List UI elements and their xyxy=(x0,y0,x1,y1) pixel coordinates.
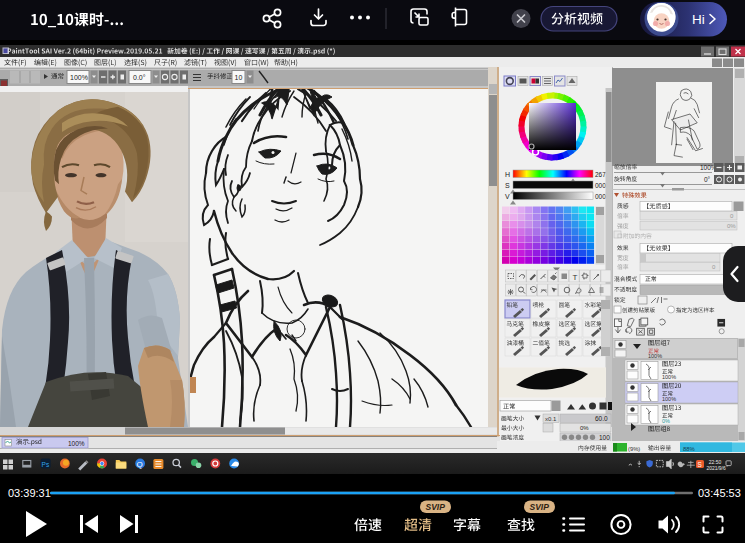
svg-text:0%: 0% xyxy=(727,223,736,229)
svg-text:22:50: 22:50 xyxy=(709,460,722,465)
svg-text:Ps: Ps xyxy=(42,461,50,468)
svg-text:2021/9/6: 2021/9/6 xyxy=(706,466,726,471)
svg-text:000: 000 xyxy=(595,193,606,200)
svg-text:SVIP: SVIP xyxy=(426,502,446,512)
svg-text:(9%): (9%) xyxy=(628,446,640,452)
svg-text:100%: 100% xyxy=(662,374,676,380)
svg-text:100: 100 xyxy=(599,434,610,441)
svg-text:S: S xyxy=(505,182,510,189)
svg-text:T: T xyxy=(573,273,578,282)
svg-text:0%: 0% xyxy=(580,425,589,431)
svg-text:Q: Q xyxy=(137,460,143,469)
svg-text:S: S xyxy=(698,461,702,468)
svg-text:SVIP: SVIP xyxy=(530,502,550,512)
svg-text:100%: 100% xyxy=(648,353,662,359)
svg-text:03:39:31: 03:39:31 xyxy=(8,487,51,499)
svg-text:100%: 100% xyxy=(662,396,676,402)
svg-text:03:45:53: 03:45:53 xyxy=(698,487,741,499)
svg-text:60.0: 60.0 xyxy=(595,415,608,422)
svg-text:V: V xyxy=(505,193,510,200)
svg-text:000: 000 xyxy=(595,182,606,189)
svg-text:H: H xyxy=(505,171,510,178)
svg-text:0.0°: 0.0° xyxy=(133,74,146,81)
svg-text:88%: 88% xyxy=(683,446,695,452)
svg-text:100%: 100% xyxy=(68,440,85,447)
svg-text:x0.1: x0.1 xyxy=(545,416,557,422)
svg-text:0°: 0° xyxy=(704,176,711,183)
svg-text:0%: 0% xyxy=(662,418,670,424)
svg-text:100%: 100% xyxy=(70,74,88,81)
svg-text:10: 10 xyxy=(235,74,243,81)
svg-text:267: 267 xyxy=(595,171,606,178)
svg-text:Hi: Hi xyxy=(692,12,705,27)
